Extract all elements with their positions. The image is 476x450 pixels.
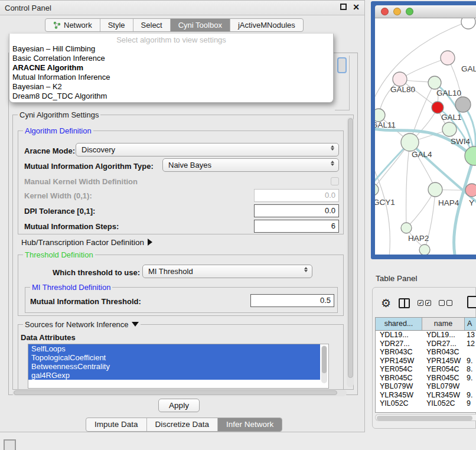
sources-group: Sources for Network Inference Data Attri… (18, 324, 344, 390)
algorithm-option[interactable]: Mutual Information Inference (9, 73, 333, 82)
cell: YBR043C (422, 348, 465, 357)
algorithm-option[interactable]: Basic Correlation Inference (9, 54, 333, 63)
network-node-GAL10[interactable] (428, 76, 441, 89)
column-header-partial[interactable]: A (465, 318, 476, 330)
algorithm-option[interactable]: Bayesian – Hill Climbing (9, 44, 333, 54)
zoom-traffic-light-icon[interactable] (406, 8, 413, 15)
column-header-shared-name[interactable]: shared... (376, 318, 422, 330)
dpi-tolerance-input[interactable]: 0.0 (254, 204, 339, 217)
table-row[interactable]: YPR145WYPR145W9. (376, 357, 476, 366)
tab-style[interactable]: Style (100, 19, 133, 31)
minimized-panel-icon[interactable] (4, 439, 16, 450)
node-label-Y-salmon: Y (469, 198, 474, 207)
apply-button[interactable]: Apply (158, 399, 200, 412)
gear-icon[interactable]: ⚙ (381, 298, 391, 309)
network-node-Y-salmon[interactable] (465, 184, 476, 197)
tab-infer-network[interactable]: Infer Network (218, 418, 282, 431)
table-row[interactable]: YLR345WYLR345W9. (376, 391, 476, 400)
minimize-traffic-light-icon[interactable] (393, 8, 401, 15)
table-row[interactable]: YDL19...YDL19...13 (376, 331, 476, 340)
mi-steps-label: Mutual Information Steps: (24, 222, 119, 231)
cyni-algorithm-settings-group: Cyni Algorithm Settings Algorithm Defini… (12, 115, 354, 390)
network-node-HAP4[interactable] (428, 182, 442, 197)
tab-cyni-toolbox[interactable]: Cyni Toolbox (171, 19, 230, 31)
list-item[interactable]: gal4RGexp (28, 371, 320, 380)
column-header-name[interactable]: name (422, 318, 465, 330)
manual-kernel-width-checkbox[interactable] (331, 177, 339, 185)
hub-definition-expander[interactable]: Hub/Transcription Factor Definition (21, 238, 152, 247)
node-label-GAL11: GAL11 (375, 120, 396, 129)
which-threshold-select[interactable]: MI Threshold (142, 265, 312, 278)
export-table-icon[interactable] (467, 296, 476, 308)
sources-title-expander[interactable]: Sources for Network Inference (23, 320, 141, 329)
combo-arrows-icon (331, 161, 334, 166)
columns-icon[interactable] (399, 298, 410, 308)
network-edge[interactable] (375, 161, 390, 255)
tab-cyni-toolbox-label: Cyni Toolbox (178, 19, 222, 31)
cell: YDR27... (376, 340, 422, 348)
network-node-green-mid[interactable] (442, 122, 457, 136)
network-canvas[interactable]: GAL7GAL80GAL10GAL1GAL11GAL4SWI4GCY1HAP4Y… (375, 18, 476, 255)
settings-horizontal-scrollbar[interactable] (12, 390, 347, 396)
aracne-mode-value: Discovery (81, 145, 115, 154)
table-row[interactable]: YBL079WYBL079W (376, 382, 476, 391)
mi-algorithm-type-select[interactable]: Naive Bayes (162, 158, 339, 172)
network-node-top-unlabeled[interactable] (461, 18, 475, 29)
algorithm-option[interactable]: Bayesian – K2 (9, 82, 333, 92)
table-row[interactable]: YIL052CYIL052C9 (376, 399, 476, 408)
network-node-GAL7[interactable] (441, 51, 455, 65)
tab-discretize-data[interactable]: Discretize Data (147, 418, 219, 431)
cell: YBL079W (422, 382, 465, 391)
network-node-GAL4[interactable] (401, 133, 419, 151)
cell: YPR145W (422, 357, 465, 366)
select-all-checkboxes-icon[interactable]: ✓✓ (418, 300, 431, 306)
close-window-icon[interactable]: ✕ (353, 2, 360, 12)
tab-style-label: Style (108, 19, 125, 31)
float-window-icon[interactable] (340, 4, 347, 10)
network-edge[interactable] (401, 58, 448, 79)
network-node-SWI4[interactable] (465, 146, 476, 165)
table-horizontal-scrollbar[interactable] (375, 414, 476, 421)
table-row[interactable]: YBR045CYBR045C9. (376, 374, 476, 383)
network-node-bottom-unlabeled[interactable] (419, 244, 430, 255)
data-attributes-list[interactable]: SelfLoops TopologicalCoefficient Between… (28, 344, 329, 389)
network-edge[interactable] (406, 142, 410, 226)
tab-select[interactable]: Select (133, 19, 171, 31)
network-node-GAL1[interactable] (432, 102, 444, 113)
network-node-GAL80[interactable] (393, 72, 407, 86)
table-row[interactable]: YER054CYER054C8. (376, 365, 476, 374)
bottom-tabbar: Impute Data Discretize Data Infer Networ… (86, 418, 282, 432)
list-item[interactable]: TopologicalCoefficient (28, 353, 320, 362)
close-traffic-light-icon[interactable] (381, 8, 389, 15)
mi-algorithm-type-value: Naive Bayes (168, 161, 211, 169)
network-node-gray-node[interactable] (455, 97, 471, 112)
mi-algorithm-type-label: Mutual Information Algorithm Type: (24, 162, 154, 171)
deselect-all-checkboxes-icon[interactable] (439, 300, 452, 306)
tab-impute-data[interactable]: Impute Data (86, 418, 147, 431)
list-item[interactable]: BetweennessCentrality (28, 362, 320, 371)
aracne-mode-select[interactable]: Discovery (76, 143, 339, 156)
node-label-GAL1: GAL1 (441, 113, 462, 122)
cell: 13 (465, 331, 476, 340)
mi-threshold-input[interactable]: 0.5 (250, 294, 334, 307)
network-node-GCY1[interactable] (375, 184, 379, 195)
algorithm-option[interactable]: Dream8 DC_TDC Algorithm (9, 92, 333, 101)
cell: YER054C (422, 365, 465, 374)
table-row[interactable]: YBR043CYBR043C (376, 348, 476, 357)
cell: YPR145W (376, 357, 422, 366)
network-icon (53, 21, 61, 29)
tab-network[interactable]: Network (45, 19, 100, 31)
list-item[interactable]: SelfLoops (28, 344, 320, 353)
tab-network-label: Network (64, 19, 92, 31)
threshold-definition-title: Threshold Definition (23, 250, 95, 259)
network-node-HAP2[interactable] (401, 223, 412, 233)
list-vertical-scrollbar[interactable] (321, 345, 327, 383)
settings-vertical-scrollbar[interactable] (347, 117, 354, 387)
tab-jactivemnodules[interactable]: jActiveMNodules (230, 19, 303, 31)
algorithm-option[interactable]: ARACNE Algorithm (9, 63, 333, 73)
table-row[interactable]: YDR27...YDR27...12 (376, 340, 476, 348)
node-label-GAL10: GAL10 (436, 89, 461, 97)
kernel-width-input[interactable]: 0.0 (254, 189, 339, 202)
mi-steps-input[interactable]: 6 (254, 220, 339, 233)
network-node-GAL11[interactable] (375, 109, 385, 122)
